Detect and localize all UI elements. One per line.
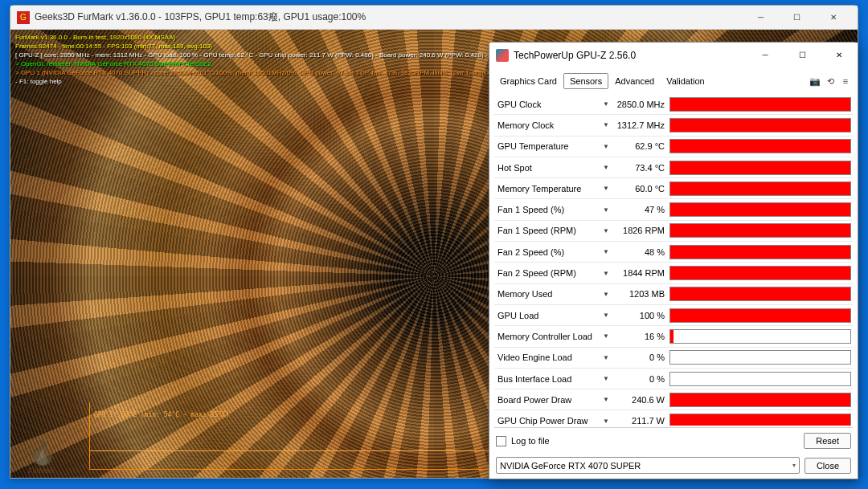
overlay-line: - F1: toggle help — [15, 77, 551, 86]
sensor-dropdown[interactable]: ▼ — [600, 206, 612, 214]
sensor-graph[interactable] — [669, 97, 851, 112]
furmark-logo: FurMark — [28, 440, 56, 475]
menu-icon[interactable]: ≡ — [838, 74, 853, 88]
sensor-value[interactable]: 16 % — [612, 332, 669, 341]
sensor-value[interactable]: 73.4 °C — [612, 163, 669, 173]
sensor-graph[interactable] — [669, 287, 851, 301]
minimize-button[interactable]: ─ — [743, 6, 779, 29]
sensor-name: Video Engine Load — [494, 352, 600, 362]
sensor-dropdown[interactable]: ▼ — [600, 121, 612, 128]
sensor-dropdown[interactable]: ▼ — [600, 164, 612, 171]
sensor-name: GPU Chip Power Draw — [494, 416, 600, 426]
gpuz-titlebar[interactable]: TechPowerUp GPU-Z 2.56.0 ─ ☐ ✕ — [489, 43, 858, 67]
sensor-name: Hot Spot — [494, 163, 600, 173]
sensor-graph[interactable] — [669, 372, 851, 386]
sensor-dropdown[interactable]: ▼ — [600, 100, 612, 108]
sensor-dropdown[interactable]: ▼ — [600, 354, 612, 361]
sensor-graph[interactable] — [669, 223, 851, 238]
sensor-value[interactable]: 211.7 W — [612, 416, 669, 426]
sensor-value[interactable]: 2850.0 MHz — [612, 100, 669, 109]
furmark-titlebar[interactable]: G Geeks3D FurMark v1.36.0.0 - 103FPS, GP… — [10, 6, 858, 30]
sensor-value[interactable]: 0 % — [612, 374, 669, 384]
sensor-dropdown[interactable]: ▼ — [600, 312, 612, 319]
sensor-dropdown[interactable]: ▼ — [600, 375, 612, 382]
sensor-graph[interactable] — [669, 350, 851, 365]
log-to-file-checkbox[interactable] — [496, 436, 506, 446]
tab-advanced[interactable]: Advanced — [609, 74, 660, 88]
tab-validation[interactable]: Validation — [661, 74, 710, 88]
sensor-graph[interactable] — [669, 139, 851, 153]
sensor-value[interactable]: 1312.7 MHz — [612, 120, 669, 130]
sensor-value[interactable]: 47 % — [612, 205, 669, 214]
device-select[interactable]: NVIDIA GeForce RTX 4070 SUPER ▾ — [496, 457, 800, 474]
sensor-row: Fan 2 Speed (RPM)▼1844 RPM — [494, 263, 853, 283]
overlay-line: [ GPU-Z ] core: 2850 MHz - mem: 1312 MHz… — [15, 51, 551, 59]
sensor-graph[interactable] — [669, 118, 851, 132]
sensor-graph[interactable] — [669, 245, 851, 259]
sensor-value[interactable]: 100 % — [612, 311, 669, 320]
sensor-row: Memory Temperature▼60.0 °C — [494, 178, 853, 199]
sensor-value[interactable]: 48 % — [612, 247, 669, 257]
close-button[interactable]: ✕ — [815, 6, 851, 29]
sensor-value[interactable]: 0 % — [612, 352, 669, 362]
tab-graphics-card[interactable]: Graphics Card — [494, 74, 563, 88]
sensor-name: GPU Load — [494, 311, 600, 320]
sensor-dropdown[interactable]: ▼ — [600, 270, 612, 277]
screenshot-icon[interactable]: 📷 — [808, 74, 822, 88]
refresh-icon[interactable]: ⟲ — [823, 74, 837, 88]
sensor-graph[interactable] — [669, 161, 851, 175]
sensor-dropdown[interactable]: ▼ — [600, 143, 612, 150]
sensor-graph[interactable] — [669, 181, 851, 196]
sensor-name: Memory Used — [494, 289, 600, 299]
sensor-value[interactable]: 1826 RPM — [612, 226, 669, 235]
sensor-row: Bus Interface Load▼0 % — [494, 369, 853, 389]
sensor-graph[interactable] — [669, 329, 851, 344]
sensor-row: GPU Temperature▼62.9 °C — [494, 137, 853, 157]
sensor-dropdown[interactable]: ▼ — [600, 227, 612, 234]
close-button[interactable]: Close — [805, 458, 851, 474]
gpuz-tabs: Graphics Card Sensors Advanced Validatio… — [494, 73, 853, 89]
sensor-dropdown[interactable]: ▼ — [600, 418, 612, 425]
minimize-button[interactable]: ─ — [747, 43, 784, 67]
sensor-row: Board Power Draw▼240.6 W — [494, 389, 853, 410]
sensor-value[interactable]: 60.0 °C — [612, 184, 669, 194]
sensor-name: Fan 2 Speed (%) — [494, 247, 600, 257]
device-select-value: NVIDIA GeForce RTX 4070 SUPER — [500, 461, 641, 471]
furmark-app-icon: G — [17, 11, 30, 24]
sensor-name: Memory Temperature — [494, 184, 600, 194]
sensor-row: GPU Chip Power Draw▼211.7 W — [494, 410, 853, 426]
sensor-name: Board Power Draw — [494, 395, 600, 405]
sensor-dropdown[interactable]: ▼ — [600, 332, 612, 340]
close-button[interactable]: ✕ — [821, 43, 858, 67]
gpuz-title: TechPowerUp GPU-Z 2.56.0 — [514, 50, 747, 61]
sensor-name: Fan 2 Speed (RPM) — [494, 268, 600, 278]
maximize-button[interactable]: ☐ — [779, 6, 815, 29]
sensor-graph[interactable] — [669, 202, 851, 217]
sensor-value[interactable]: 62.9 °C — [612, 141, 669, 151]
overlay-line: > OpenGL renderer: NVIDIA GeForce RTX 40… — [15, 59, 551, 68]
sensor-dropdown[interactable]: ▼ — [600, 291, 612, 298]
sensor-value[interactable]: 1203 MB — [612, 289, 669, 299]
sensor-row: Hot Spot▼73.4 °C — [494, 157, 853, 178]
sensor-name: GPU Temperature — [494, 141, 600, 151]
sensor-value[interactable]: 240.6 W — [612, 395, 669, 405]
sensor-graph[interactable] — [669, 414, 851, 426]
reset-button[interactable]: Reset — [804, 433, 851, 449]
maximize-button[interactable]: ☐ — [784, 43, 821, 67]
tab-sensors[interactable]: Sensors — [563, 73, 608, 89]
sensor-dropdown[interactable]: ▼ — [600, 396, 612, 403]
chevron-down-icon: ▾ — [792, 462, 796, 469]
sensor-dropdown[interactable]: ▼ — [600, 248, 612, 255]
sensor-row: GPU Load▼100 % — [494, 305, 853, 326]
sensor-row: GPU Clock▼2850.0 MHz — [494, 94, 853, 115]
overlay-line: FurMark v1.36.0.0 - Burn-in test, 1920x1… — [15, 33, 551, 42]
sensor-graph[interactable] — [669, 308, 851, 323]
sensor-name: Bus Interface Load — [494, 374, 600, 384]
sensor-row: Video Engine Load▼0 % — [494, 348, 853, 369]
sensor-value[interactable]: 1844 RPM — [612, 268, 669, 278]
sensor-dropdown[interactable]: ▼ — [600, 185, 612, 192]
sensor-graph[interactable] — [669, 266, 851, 280]
sensor-row: Fan 2 Speed (%)▼48 % — [494, 242, 853, 263]
sensor-graph[interactable] — [669, 393, 851, 407]
sensor-row: Memory Used▼1203 MB — [494, 284, 853, 305]
